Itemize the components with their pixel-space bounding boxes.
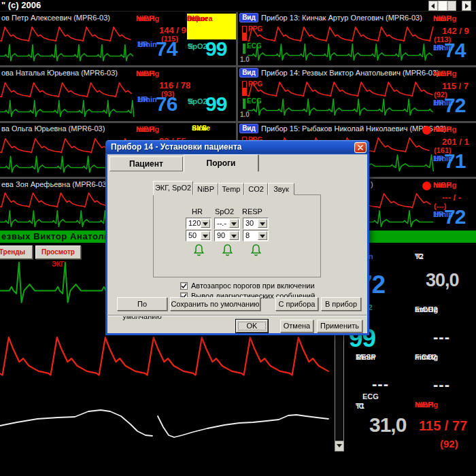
hscroll-track[interactable]	[438, 1, 447, 11]
auto-threshold-label: Автозапрос порогов при включении	[191, 282, 315, 290]
combo-button[interactable]	[229, 219, 239, 228]
ppg-waveform	[248, 25, 434, 44]
to-device-button[interactable]: В прибор	[321, 297, 361, 311]
scroll-down-icon	[337, 444, 342, 447]
subtab-co2[interactable]: CO2	[244, 183, 268, 195]
hr-value: 72	[444, 96, 465, 115]
hr-value: 71	[444, 152, 465, 171]
ecg-waveform	[0, 44, 135, 61]
save-defaults-button[interactable]: Сохранить по умолчанию	[170, 297, 260, 311]
alarm-dot-icon	[422, 182, 431, 190]
nibp-value: 144 / 96	[159, 25, 191, 35]
defaults-button[interactable]: По умолчанию	[117, 297, 167, 311]
combo-button[interactable]	[258, 231, 267, 240]
dialog-close-button[interactable]	[354, 142, 367, 153]
alarm-bell-icon[interactable]	[222, 243, 233, 258]
tab-thresholds[interactable]: Пороги	[184, 154, 258, 172]
combo-button[interactable]	[229, 231, 239, 240]
detail-t1-value: 31,0	[369, 413, 406, 437]
patient-name-fragment: )	[371, 180, 373, 188]
subtab-temp[interactable]: Temp	[218, 183, 244, 195]
tab-patient[interactable]: Пациент	[109, 156, 183, 171]
detail-nibp-mean: (92)	[440, 438, 458, 449]
scroll-left-button[interactable]	[428, 1, 438, 11]
spo2-column-header: SpO2	[215, 207, 234, 216]
patient-name: ева Зоя Арефьевна (MPR6-03)	[1, 180, 109, 188]
ecg-waveform	[248, 44, 434, 61]
monitor-tile-device14[interactable]: Вид Прибор 14: Резвых Виктор Анатольевич…	[238, 67, 476, 121]
scroll-right-button[interactable]	[462, 1, 471, 11]
detail-ecg-label: ECG	[362, 392, 379, 401]
combo-button[interactable]	[201, 219, 210, 228]
ok-button[interactable]: OK	[236, 320, 268, 333]
cancel-button[interactable]: Отмена	[280, 320, 313, 333]
dialog-separator	[108, 315, 367, 316]
subtab-nibp[interactable]: NiBP	[193, 183, 218, 195]
view-button[interactable]: Вид	[239, 13, 258, 22]
patient-name: Прибор 13: Кинчак Артур Олегович (MPR6-0…	[261, 14, 422, 22]
scroll-left-icon	[431, 3, 435, 9]
nibp-value: --- / -	[442, 192, 461, 203]
patient-name: Прибор 15: Рыбаков Николай Николаевич (M…	[261, 124, 446, 133]
spo2-value: 99	[205, 39, 226, 58]
detail-nibp-value: 115 / 77	[419, 418, 467, 434]
from-device-button[interactable]: С прибора	[275, 297, 318, 311]
dialog-title-bar[interactable]: Прибор 14 - Установки пациента	[105, 140, 369, 154]
alarm-dot-icon	[422, 126, 431, 135]
subtab-ecg-spo2[interactable]: ЭКГ, SpO2	[153, 181, 193, 195]
patient-name: ов Петр Алексеевич (MPR6-03)	[1, 14, 110, 22]
app-title: " (c) 2006	[1, 0, 41, 10]
view-button[interactable]: Вид	[239, 68, 258, 78]
hr-value: 74	[156, 39, 177, 58]
app-title-bar: " (c) 2006	[0, 0, 476, 12]
ppg-waveform	[0, 25, 135, 44]
detail-etco2-value: ---	[433, 328, 450, 346]
tab-divider	[258, 155, 259, 171]
ecg-review-button[interactable]: Просмотр ЭКГ	[35, 245, 81, 259]
spo2-upper-limit-combo[interactable]: --.-	[214, 218, 240, 229]
ppg-waveform	[248, 80, 434, 99]
auto-threshold-checkbox[interactable]	[180, 282, 188, 290]
resp-column-header: RESP	[242, 207, 262, 216]
ppg-waveform	[0, 81, 135, 99]
combo-down-icon	[231, 222, 237, 226]
nibp-value: 115 / 7	[442, 81, 469, 91]
combo-button[interactable]	[201, 231, 210, 240]
subtab-sound[interactable]: Звук	[268, 183, 294, 195]
spo2-lower-limit-combo[interactable]: 90	[214, 230, 240, 241]
spo2-value: 99	[205, 95, 226, 114]
ppg-scale-indicator	[242, 26, 247, 41]
patient-name: Прибор 14: Резвых Виктор Анатольевич (MP…	[261, 69, 439, 77]
hscroll-thumb[interactable]	[447, 1, 456, 11]
nibp-value: 142 / 9	[442, 26, 469, 36]
ppg-scale-indicator	[242, 81, 247, 96]
hr-lower-limit-combo[interactable]: 50	[186, 230, 211, 241]
monitor-tile-device13[interactable]: Вид Прибор 13: Кинчак Артур Олегович (MP…	[238, 12, 476, 65]
hr-column-header: HR	[192, 207, 203, 216]
alarm-bell-icon[interactable]	[250, 243, 262, 258]
nibp-value: 116 / 78	[159, 80, 190, 90]
combo-down-icon	[203, 222, 208, 226]
hr-value: 72	[444, 207, 465, 226]
combo-down-icon	[203, 235, 208, 238]
scroll-right-icon	[465, 3, 469, 9]
ecg-scale-indicator	[243, 44, 245, 54]
combo-down-icon	[260, 222, 265, 226]
apply-button[interactable]: Применить	[317, 320, 362, 333]
resp-upper-limit-combo[interactable]: 30	[243, 218, 269, 229]
central-station-screen: " (c) 2006 ов Петр Алексеевич (MPR6-03) …	[0, 0, 476, 476]
hr-value: 76	[156, 95, 177, 114]
combo-button[interactable]	[258, 219, 267, 228]
resp-lower-limit-combo[interactable]: 8	[243, 230, 269, 241]
patient-name: ва Ольга Юрьевна (MPR6-03)	[1, 124, 105, 133]
hr-upper-limit-combo[interactable]: 120	[186, 218, 211, 229]
alarm-box-dis: DISвышепорога	[187, 14, 236, 39]
view-button[interactable]: Вид	[239, 124, 258, 133]
trends-button[interactable]: Тренды	[0, 245, 33, 259]
patient-name: ова Наталья Юрьевна (MPR6-03)	[1, 69, 118, 77]
al arm-bell-icon[interactable]	[193, 243, 205, 258]
hr-value: 74	[444, 41, 465, 60]
detail-scroll-down-button[interactable]	[335, 441, 344, 452]
monitor-tile-petr[interactable]: ов Петр Алексеевич (MPR6-03) NIBPmmHg 14…	[0, 12, 236, 65]
monitor-tile-natalya[interactable]: ова Наталья Юрьевна (MPR6-03) NIBPmmHg 1…	[0, 67, 236, 121]
